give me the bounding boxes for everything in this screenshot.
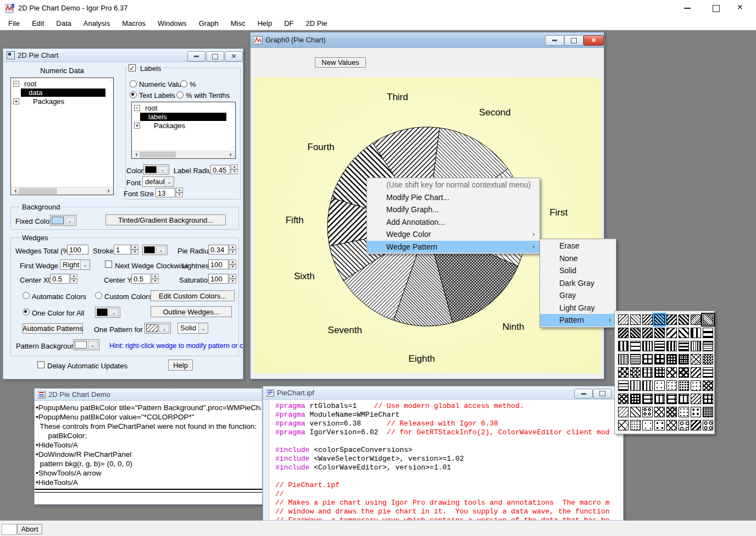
menu-edit[interactable]: Edit xyxy=(26,16,50,30)
pattern-swatch-wave-cross[interactable] xyxy=(666,420,677,430)
submenu-item-light-gray[interactable]: Light Gray xyxy=(540,302,616,314)
tree-item-label[interactable]: root xyxy=(145,104,157,112)
numeric-data-tree[interactable]: −rootdata+Packages ⌃ ‹ › xyxy=(10,78,114,195)
pattern-swatch-grid-dense[interactable] xyxy=(679,354,689,364)
tree-row[interactable]: +Packages xyxy=(132,121,227,130)
pattern-swatch-wave-s[interactable] xyxy=(630,380,641,391)
pattern-swatch-brick-bold[interactable] xyxy=(666,394,677,404)
pattern-swatch-lattice-diamond[interactable] xyxy=(691,354,701,364)
menu-analysis[interactable]: Analysis xyxy=(77,16,116,30)
scroll-right-icon[interactable]: › xyxy=(105,187,112,194)
main-close-button[interactable]: ✕ xyxy=(737,3,743,12)
tinted-gradient-button[interactable]: Tinted/Gradient Background... xyxy=(105,214,226,225)
pattern-swatch-diag-down-xheavy[interactable] xyxy=(654,328,665,338)
pattern-swatch-stripe-dot-vert[interactable] xyxy=(642,380,653,391)
pattern-swatch-speckle[interactable] xyxy=(630,420,641,430)
lightness-stepper[interactable]: ▲▼ xyxy=(229,259,236,269)
pattern-swatch-basket[interactable] xyxy=(666,407,677,417)
help-button[interactable]: Help xyxy=(168,360,193,371)
tree-collapse-icon[interactable]: − xyxy=(134,105,140,111)
clockwise-checkbox[interactable] xyxy=(105,261,112,268)
pattern-swatch-diag-down-wide[interactable] xyxy=(679,328,689,338)
abort-button[interactable]: Abort xyxy=(17,524,42,534)
pattern-swatch-brick-vert[interactable] xyxy=(654,394,665,404)
pie-radius-stepper[interactable]: ▲▼ xyxy=(229,245,236,255)
pattern-swatch-checker-med[interactable] xyxy=(618,367,629,378)
menu-graph[interactable]: Graph xyxy=(193,16,225,30)
menu-item-wedge-color[interactable]: Wedge Color› xyxy=(367,228,540,241)
pattern-swatch-brick-vert-bold[interactable] xyxy=(679,394,689,404)
main-maximize-button[interactable] xyxy=(713,5,720,12)
tree-expand-icon[interactable]: + xyxy=(13,98,19,104)
first-wedge-dropdown[interactable]: Right⌄ xyxy=(60,259,90,270)
graph-minimize-button[interactable] xyxy=(545,35,564,46)
tree-row[interactable]: +Packages xyxy=(11,97,105,106)
pattern-swatch-wave-curl[interactable] xyxy=(618,380,629,391)
tree-item-label[interactable]: data xyxy=(21,89,105,97)
pattern-swatch-scallop[interactable] xyxy=(679,420,689,430)
pattern-swatch-diag-up-wide[interactable] xyxy=(666,328,677,338)
tree-scroll-down-icon[interactable]: ⌄ xyxy=(230,144,234,150)
label-color-dropdown[interactable]: ⌄ xyxy=(143,164,169,175)
wedges-total-input[interactable]: 100 xyxy=(67,245,88,255)
panel-maximize-button[interactable] xyxy=(206,51,224,62)
tree-collapse-icon[interactable]: − xyxy=(13,81,19,87)
stroke-input[interactable]: 1 xyxy=(114,245,131,255)
pattern-swatch-dots-sparse[interactable] xyxy=(654,380,665,391)
submenu-item-dark-gray[interactable]: Dark Gray xyxy=(540,277,616,290)
pattern-swatch-horiz-bars[interactable] xyxy=(679,341,689,351)
pattern-swatch-circle-grid[interactable] xyxy=(642,407,653,417)
center-x-input[interactable]: 0.5 xyxy=(50,274,70,284)
pattern-swatch-diag-down-med[interactable] xyxy=(654,314,665,325)
center-x-stepper[interactable]: ▲▼ xyxy=(70,274,77,284)
procedure-code[interactable]: #pragma rtGlobals=1 // Use modern global… xyxy=(275,402,623,521)
labels-tree[interactable]: −rootlabels+Packages ⌃ ⌄ ‹ › xyxy=(131,102,236,159)
delay-updates-checkbox[interactable] xyxy=(37,361,45,368)
pattern-swatch-rings[interactable] xyxy=(703,420,713,430)
pattern-swatch-maze[interactable] xyxy=(630,394,641,404)
menu-2d-pie[interactable]: 2D Pie xyxy=(300,16,333,30)
graph-maximize-button[interactable] xyxy=(564,35,583,46)
pattern-swatch-diag-up-fine[interactable] xyxy=(691,314,701,325)
pattern-swatch-diag-down-bold[interactable] xyxy=(679,314,689,325)
pattern-background-dropdown[interactable]: ⌄ xyxy=(73,339,99,350)
one-pattern-dropdown[interactable]: ⌄ xyxy=(144,323,171,334)
pattern-swatch-diag-up-xheavy[interactable] xyxy=(642,328,653,338)
pattern-swatch-diamond-sparse[interactable] xyxy=(618,420,629,430)
menu-item-modify-graph[interactable]: Modify Graph... xyxy=(367,203,540,216)
label-radius-stepper[interactable]: ▲▼ xyxy=(231,164,238,174)
pattern-swatch-diag-dash[interactable] xyxy=(691,394,701,404)
menu-windows[interactable]: Windows xyxy=(152,16,193,30)
pattern-swatch-grid-fine[interactable] xyxy=(703,407,713,417)
tree-row[interactable]: −root xyxy=(132,104,227,113)
font-size-stepper[interactable]: ▲▼ xyxy=(176,187,183,197)
tree-item-label[interactable]: labels xyxy=(140,113,226,121)
main-minimize-button[interactable] xyxy=(684,8,691,9)
menu-help[interactable]: Help xyxy=(251,16,278,30)
pattern-swatch-checker-dot[interactable] xyxy=(630,367,641,378)
pattern-swatch-arrows-x[interactable] xyxy=(703,380,713,391)
edit-custom-colors-button[interactable]: Edit Custom Colors... xyxy=(151,290,235,301)
submenu-item-solid[interactable]: Solid xyxy=(540,264,616,277)
pattern-swatch-diag-down-thin[interactable] xyxy=(630,314,641,325)
pattern-swatch-diamond-big[interactable] xyxy=(666,367,677,378)
pattern-swatch-vert-fine[interactable] xyxy=(618,354,629,364)
labels-checkbox[interactable]: ✓ xyxy=(129,64,136,71)
pattern-swatch-horiz-wide[interactable] xyxy=(630,341,641,351)
radio-percent[interactable] xyxy=(180,80,187,87)
tree-scroll-up-icon[interactable]: ⌃ xyxy=(230,104,234,109)
pattern-swatch-diag-up-bold[interactable] xyxy=(666,314,677,325)
panel-minimize-button[interactable] xyxy=(187,51,205,62)
pattern-swatch-diag-dash-bold[interactable] xyxy=(691,420,701,430)
outline-wedges-button[interactable]: Outline Wedges... xyxy=(151,306,232,317)
menu-item-wedge-pattern[interactable]: Wedge Pattern› xyxy=(367,241,540,253)
pattern-swatch-horiz-pair[interactable] xyxy=(703,328,713,338)
pattern-swatch-weave-x[interactable] xyxy=(618,394,629,404)
pattern-swatch-diag-down-heavy[interactable] xyxy=(630,328,641,338)
pattern-swatch-vert-pair[interactable] xyxy=(691,328,701,338)
menu-macros[interactable]: Macros xyxy=(116,16,152,30)
tree-row[interactable]: data xyxy=(11,89,105,97)
pattern-swatch-diag-up-heavy[interactable] xyxy=(618,328,629,338)
pattern-swatch-quad-dots[interactable] xyxy=(691,407,701,417)
pattern-swatch-dots-rand[interactable] xyxy=(691,380,701,391)
